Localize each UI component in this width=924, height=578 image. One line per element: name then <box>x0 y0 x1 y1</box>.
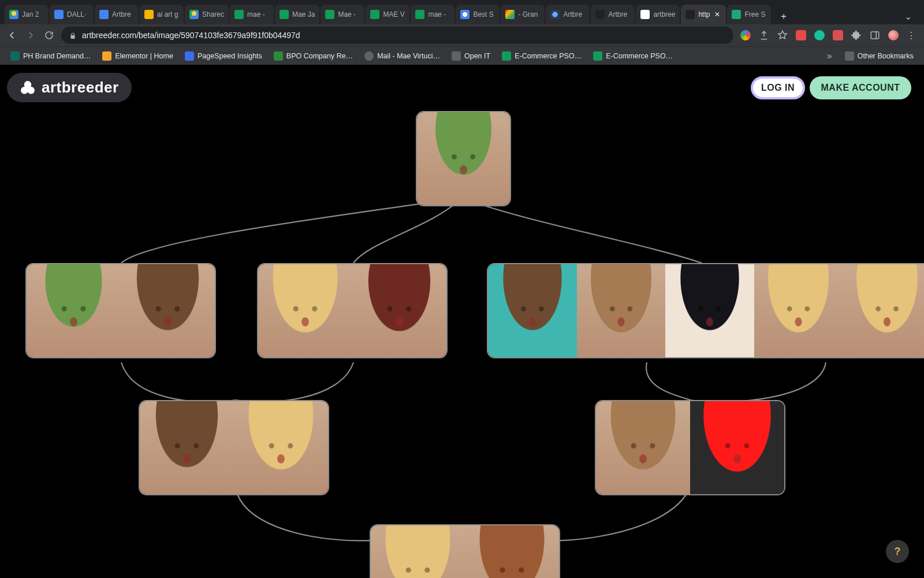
bookmark-item[interactable]: Mail - Mae Virtuci… <box>360 49 445 63</box>
site-icon <box>460 10 470 19</box>
bookmark-label: E-Commerce PSO… <box>515 52 582 60</box>
bookmark-icon <box>185 51 194 61</box>
sheets-icon <box>593 51 602 61</box>
extensions-menu-icon[interactable] <box>850 29 863 42</box>
portrait-image <box>234 401 328 494</box>
portrait-image <box>665 264 754 357</box>
lineage-pair-node[interactable] <box>25 263 216 358</box>
portrait-image <box>371 525 465 578</box>
bookmark-item[interactable]: PH Brand Demand… <box>6 49 95 63</box>
sheets-icon <box>415 10 424 19</box>
tab-title: mae - <box>428 10 450 18</box>
tab-title: Artbre <box>563 10 585 18</box>
grammarly-icon <box>505 10 515 19</box>
make-account-button[interactable]: MAKE ACCOUNT <box>810 76 911 99</box>
browser-tab[interactable]: Artbre <box>95 5 139 24</box>
tab-title: Mae - <box>338 10 360 18</box>
back-button[interactable] <box>6 29 18 42</box>
login-button[interactable]: LOG IN <box>751 76 805 99</box>
browser-tab[interactable]: Mae Ja <box>275 5 319 24</box>
tab-title: - Gran <box>518 10 540 18</box>
reload-button[interactable] <box>43 29 55 42</box>
bookmarks-overflow-icon[interactable]: » <box>824 51 836 61</box>
bookmark-item[interactable]: Elementor | Home <box>98 49 178 63</box>
browser-tab[interactable]: Sharec <box>185 5 229 24</box>
lineage-root-node[interactable] <box>416 111 511 206</box>
bookmark-icon <box>364 51 374 61</box>
browser-tab[interactable]: mae - <box>230 5 274 24</box>
lineage-group-node[interactable] <box>487 263 924 358</box>
browser-tab[interactable]: Jan 2 <box>5 5 49 24</box>
lineage-pair-node[interactable] <box>139 400 329 495</box>
profile-avatar[interactable] <box>887 29 900 42</box>
browser-tab[interactable]: mae - <box>411 5 454 24</box>
browser-tab[interactable]: Best S <box>456 5 500 24</box>
other-bookmarks-button[interactable]: Other Bookmarks <box>840 49 918 63</box>
drive-icon <box>9 10 18 19</box>
browser-tab[interactable]: Artbre <box>546 5 590 24</box>
bookmark-label: Open IT <box>464 52 490 60</box>
bookmark-icon <box>102 51 111 61</box>
bookmark-icon <box>274 51 283 61</box>
help-button[interactable]: ? <box>886 540 909 563</box>
tab-title: http <box>698 10 710 18</box>
bookmark-label: BPO Company Re… <box>286 52 353 60</box>
bookmark-label: PH Brand Demand… <box>23 52 91 60</box>
portrait-image <box>690 401 784 494</box>
extension-icon[interactable] <box>795 29 807 42</box>
lineage-pair-node[interactable] <box>595 400 785 495</box>
bookmark-item[interactable]: PageSpeed Insights <box>180 49 267 63</box>
browser-tab[interactable]: MAE V <box>366 5 409 24</box>
portrait-image <box>754 264 843 357</box>
brand-name: artbreeder <box>42 79 119 97</box>
artbreeder-logo[interactable]: artbreeder <box>7 73 132 102</box>
browser-tab[interactable]: Artbre <box>591 5 635 24</box>
lineage-pair-node[interactable] <box>370 524 560 578</box>
lock-icon <box>69 32 76 39</box>
portrait-image <box>27 264 121 357</box>
portrait-image <box>596 401 690 494</box>
address-bar[interactable]: artbreeder.com/beta/image/59074103fe3679… <box>61 27 733 44</box>
tab-title: Jan 2 <box>22 10 44 18</box>
portrait-image <box>417 112 510 205</box>
bookmark-item[interactable]: Open IT <box>447 49 495 63</box>
forward-button[interactable] <box>24 29 37 42</box>
grammarly-extension-icon[interactable] <box>813 29 826 42</box>
tab-title: Free S <box>744 10 766 18</box>
browser-tab[interactable]: artbree <box>636 5 680 24</box>
page-content: artbreeder LOG IN MAKE ACCOUNT <box>0 65 924 578</box>
artbreeder-icon <box>595 10 605 19</box>
browser-tab-active[interactable]: http✕ <box>681 5 726 24</box>
bookmark-label: E-Commerce PSO… <box>606 52 673 60</box>
svg-rect-0 <box>871 32 879 39</box>
folder-icon <box>452 51 461 61</box>
url-text: artbreeder.com/beta/image/59074103fe3679… <box>82 31 300 40</box>
portrait-image <box>258 264 352 357</box>
sidepanel-icon[interactable] <box>869 29 881 42</box>
close-icon[interactable]: ✕ <box>713 10 721 18</box>
share-icon[interactable] <box>758 29 770 42</box>
lineage-pair-node[interactable] <box>257 263 448 358</box>
artbreeder-mark-icon <box>20 80 36 96</box>
tabs-overflow-icon[interactable]: ⌄ <box>900 8 916 24</box>
svg-point-3 <box>24 81 32 88</box>
browser-tab[interactable]: DALL· <box>50 5 94 24</box>
bookmark-item[interactable]: E-Commerce PSO… <box>588 49 677 63</box>
tab-title: Best S <box>473 10 495 18</box>
portrait-image <box>140 401 234 494</box>
browser-tab[interactable]: - Gran <box>501 5 545 24</box>
portrait-image <box>577 264 666 357</box>
bookmark-item[interactable]: BPO Company Re… <box>269 49 357 63</box>
bookmark-item[interactable]: E-Commerce PSO… <box>497 49 586 63</box>
star-icon[interactable] <box>776 29 789 42</box>
browser-tab[interactable]: Mae - <box>321 5 364 24</box>
make-account-label: MAKE ACCOUNT <box>821 83 900 93</box>
login-label: LOG IN <box>761 83 795 93</box>
browser-tab[interactable]: Free S <box>727 5 771 24</box>
new-tab-button[interactable]: ＋ <box>776 8 792 24</box>
artbreeder-icon <box>685 10 695 19</box>
browser-tab[interactable]: ai art g <box>140 5 184 24</box>
extension-icon[interactable] <box>832 29 844 42</box>
google-translate-icon[interactable] <box>739 29 752 42</box>
chrome-menu-icon[interactable]: ⋮ <box>906 29 918 42</box>
